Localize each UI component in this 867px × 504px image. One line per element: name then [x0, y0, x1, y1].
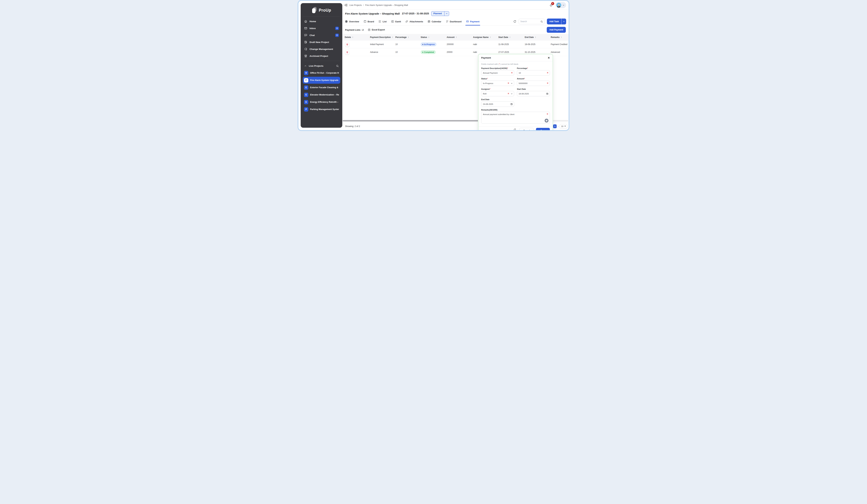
sort-asc-icon[interactable]: ↑: [428, 36, 429, 39]
reset-button[interactable]: Reset: [513, 128, 517, 131]
logo-text: ProUp: [319, 8, 331, 13]
sidebar-item-label: Draft New Project: [310, 41, 329, 43]
field-label: End Date: [481, 98, 514, 100]
sidebar-item-inbox[interactable]: Inbox 0: [303, 25, 340, 32]
sidebar-collapse-icon[interactable]: [344, 3, 348, 7]
sidebar-item-archived-project[interactable]: Archived Project: [303, 53, 340, 59]
pagination: 1 › 10: [553, 124, 567, 129]
sidebar-item-change-management[interactable]: Change Management: [303, 46, 340, 53]
status-badge: Completed: [421, 50, 436, 54]
end-date-input[interactable]: [481, 101, 514, 107]
breadcrumb-current: Fire Alarm System Upgrade – Shopping Mal…: [365, 4, 408, 7]
clear-icon[interactable]: ✕: [511, 72, 513, 74]
live-projects-section-header[interactable]: Live Projects: [303, 62, 340, 69]
tab-calendar[interactable]: Calendar: [428, 18, 441, 25]
field-status: Status* ✕: [481, 78, 514, 86]
sort-asc-icon[interactable]: ↑: [392, 36, 393, 39]
tab-attachments[interactable]: Attachments: [405, 18, 423, 25]
clear-icon[interactable]: ✕: [507, 82, 509, 84]
sidebar-item-home[interactable]: Home: [303, 18, 340, 25]
status-dot: [422, 44, 423, 45]
sidebar-project-parking-management[interactable]: P Parking Management System In...: [303, 106, 340, 113]
close-icon[interactable]: ✕: [548, 56, 550, 59]
sidebar-project-exterior-facade[interactable]: E Exterior Facade Cleaning & Repa...: [303, 84, 340, 91]
breadcrumb-root[interactable]: Live Projects: [350, 4, 362, 7]
amount-input[interactable]: [517, 80, 550, 86]
chevron-down-icon[interactable]: [511, 82, 513, 84]
sidebar-item-label: Chat: [310, 34, 315, 36]
delete-payment-button[interactable]: [345, 42, 349, 47]
tab-list[interactable]: List: [378, 18, 386, 25]
tab-label: Payment: [470, 20, 480, 23]
search-input[interactable]: [521, 20, 539, 23]
project-initial-badge: O: [304, 71, 308, 75]
page-number-button[interactable]: 1: [553, 124, 557, 128]
gantt-icon: [391, 20, 394, 23]
tab-label: List: [383, 20, 386, 23]
ai-bot-icon[interactable]: [545, 119, 549, 123]
sort-asc-icon[interactable]: ↑: [408, 36, 409, 39]
sidebar-item-label: Archived Project: [310, 55, 328, 57]
save-button[interactable]: Save: [536, 128, 550, 131]
next-page-icon[interactable]: ›: [558, 125, 558, 128]
project-initial-badge: P: [304, 107, 308, 112]
sidebar-project-office-fit-out[interactable]: O Office Fit-Out – Corporate Head...: [303, 69, 340, 76]
clear-icon[interactable]: ✕: [547, 113, 548, 115]
cell-assignee: nabi: [473, 43, 498, 46]
clear-icon[interactable]: ✕: [547, 82, 548, 84]
sort-asc-icon[interactable]: ↑: [535, 36, 536, 39]
project-search-icon[interactable]: [336, 64, 339, 67]
page-size-dropdown[interactable]: 10: [560, 124, 567, 129]
remarks-textarea[interactable]: Annual payment submitted by client: [481, 112, 550, 123]
add-task-button[interactable]: Add Task: [547, 19, 561, 24]
sidebar-item-draft-new-project[interactable]: Draft New Project: [303, 39, 340, 46]
search-icon[interactable]: [540, 20, 543, 23]
delete-payment-button[interactable]: [345, 50, 349, 55]
project-date-range: 27-07-2025 - 31-08-2025: [402, 12, 429, 15]
trash-icon: [346, 51, 349, 54]
archive-icon: [304, 54, 307, 57]
sort-asc-icon[interactable]: ↑: [510, 36, 511, 39]
column-header-delete: Delete↑: [345, 36, 370, 39]
sort-asc-icon[interactable]: ↑: [352, 36, 353, 39]
chevron-down-icon[interactable]: [511, 93, 513, 95]
project-status-dropdown[interactable]: Planned: [431, 11, 449, 16]
start-date-input[interactable]: [517, 91, 550, 96]
notifications-button[interactable]: 0: [549, 3, 553, 7]
clear-icon[interactable]: ✕: [547, 72, 548, 74]
calendar-icon[interactable]: [510, 103, 513, 105]
cell-start-date: 11-08-2025: [498, 43, 525, 46]
project-initial-badge: E: [304, 93, 308, 97]
cancel-button[interactable]: Cancel: [520, 128, 534, 131]
tab-payment[interactable]: Payment: [466, 18, 480, 25]
tab-overview[interactable]: Overview: [345, 18, 359, 25]
tab-gantt[interactable]: Gantt: [391, 18, 401, 25]
payment-description-input[interactable]: [481, 70, 514, 76]
sort-asc-icon[interactable]: ↑: [456, 36, 457, 39]
user-menu[interactable]: [556, 2, 566, 8]
clear-icon[interactable]: ✕: [507, 93, 509, 95]
tab-board[interactable]: Board: [364, 18, 374, 25]
sidebar-item-label: Change Management: [310, 48, 333, 51]
sort-asc-icon[interactable]: ↑: [490, 36, 491, 39]
list-icon: [378, 20, 381, 23]
sidebar-item-chat[interactable]: Chat 0: [303, 32, 340, 39]
add-payment-button[interactable]: Add Payment: [547, 27, 566, 33]
field-label: Payment Description(14/200)*: [481, 67, 514, 69]
add-task-dropdown-button[interactable]: [561, 19, 566, 24]
project-status-value: Planned: [433, 12, 444, 15]
project-label: Office Fit-Out – Corporate Head...: [310, 72, 339, 74]
tab-dashboard[interactable]: Dashboard: [446, 18, 462, 25]
excel-export-button[interactable]: Excel Export: [368, 29, 385, 31]
sidebar-item-label: Home: [310, 20, 316, 23]
field-label: Status*: [481, 78, 514, 80]
refresh-icon[interactable]: [513, 20, 516, 23]
cell-start-date: 27-07-2025: [498, 51, 525, 53]
sidebar-project-elevator-modernization[interactable]: E Elevator Modernization – Reside...: [303, 91, 340, 98]
percentage-input[interactable]: [517, 70, 550, 76]
calendar-icon[interactable]: [546, 92, 548, 95]
project-initial-badge: F: [304, 78, 308, 83]
sidebar-project-fire-alarm[interactable]: F Fire Alarm System Upgrade – Sh...: [303, 77, 340, 84]
sidebar-project-energy-efficiency[interactable]: E Energy Efficiency Retrofit – Offic...: [303, 99, 340, 106]
sort-asc-icon[interactable]: ↑: [561, 36, 562, 39]
